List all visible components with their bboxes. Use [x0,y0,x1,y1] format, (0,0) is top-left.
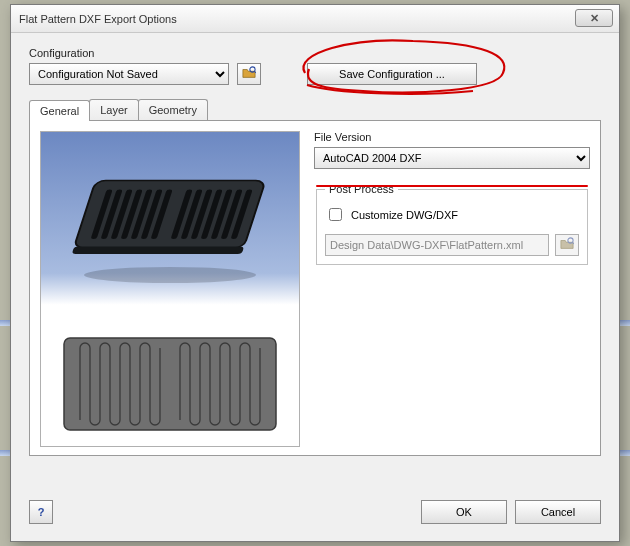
annotation-underline: AutoCAD 2004 DXF [314,147,590,183]
tab-layer[interactable]: Layer [89,99,139,120]
dialog-footer: ? OK Cancel [29,499,601,525]
dialog-window: Flat Pattern DXF Export Options ✕ Config… [10,4,620,542]
customize-checkbox-label: Customize DWG/DXF [351,209,458,221]
post-process-group: Post Process Customize DWG/DXF [316,183,588,265]
configuration-select[interactable]: Configuration Not Saved [29,63,229,85]
tab-strip: General Layer Geometry [29,99,601,120]
customize-dwg-dxf-checkbox[interactable] [329,208,342,221]
ok-button[interactable]: OK [421,500,507,524]
svg-rect-19 [64,338,276,430]
open-folder-icon [242,66,256,82]
open-folder-icon [560,237,574,253]
svg-point-18 [84,267,256,283]
configuration-row: Configuration Not Saved Save Configurati… [29,63,601,85]
help-button[interactable]: ? [29,500,53,524]
tab-geometry[interactable]: Geometry [138,99,208,120]
close-icon: ✕ [590,12,599,25]
dialog-title: Flat Pattern DXF Export Options [19,13,177,25]
close-button[interactable]: ✕ [575,9,613,27]
save-configuration-button[interactable]: Save Configuration ... [307,63,477,85]
tab-general[interactable]: General [29,100,90,121]
svg-rect-3 [72,247,244,255]
customize-checkbox-row: Customize DWG/DXF [325,205,579,224]
tab-panel-general: File Version AutoCAD 2004 DXF Post Proce… [29,120,601,456]
configuration-label: Configuration [29,47,601,59]
file-version-select[interactable]: AutoCAD 2004 DXF [314,147,590,169]
dialog-body: Configuration Configuration Not Saved Sa… [11,33,619,541]
preview-flat-image [43,324,297,444]
cancel-button[interactable]: Cancel [515,500,601,524]
post-process-browse-button [555,234,579,256]
general-right-column: File Version AutoCAD 2004 DXF Post Proce… [314,131,590,445]
titlebar[interactable]: Flat Pattern DXF Export Options ✕ [11,5,619,33]
file-version-label: File Version [314,131,590,143]
preview-3d-image [43,134,297,320]
help-icon: ? [38,506,45,518]
configuration-browse-button[interactable] [237,63,261,85]
preview-pane [40,131,300,447]
post-process-path-field [325,234,549,256]
